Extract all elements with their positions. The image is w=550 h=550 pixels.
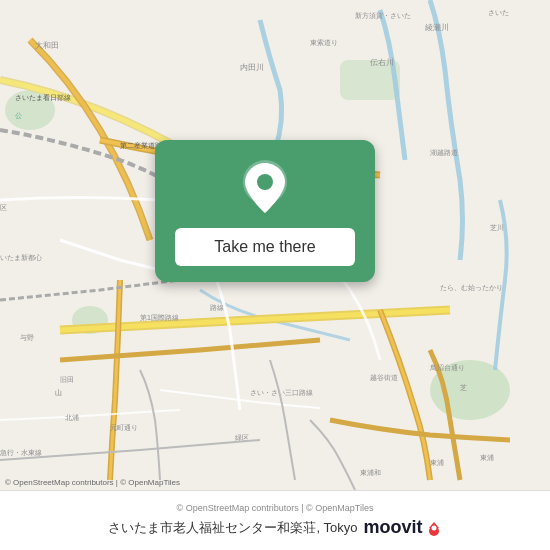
svg-text:急行・水東線: 急行・水東線 xyxy=(0,449,42,456)
svg-text:与野: 与野 xyxy=(20,334,34,341)
svg-text:伝右川: 伝右川 xyxy=(370,58,394,67)
footer: © OpenStreetMap contributors | © OpenMap… xyxy=(0,490,550,550)
svg-text:東浦: 東浦 xyxy=(480,454,494,461)
svg-text:公: 公 xyxy=(15,112,22,119)
svg-text:芝川: 芝川 xyxy=(490,224,504,231)
map-container: 大和田 さいたま看日部線 第二産業道路 内田川 伝右川 綾瀬川 さいた 新方須賀… xyxy=(0,0,550,490)
svg-text:湖越路道: 湖越路道 xyxy=(430,149,458,156)
map-attribution: © OpenStreetMap contributors | © OpenMap… xyxy=(177,503,374,513)
moovit-logo: moovit xyxy=(364,517,442,538)
svg-text:内田川: 内田川 xyxy=(240,63,264,72)
svg-text:大和田: 大和田 xyxy=(35,41,59,50)
moovit-dot-icon xyxy=(426,520,442,536)
svg-text:東浦: 東浦 xyxy=(430,459,444,466)
svg-text:山: 山 xyxy=(55,389,62,396)
svg-text:元町通り: 元町通り xyxy=(110,424,138,432)
svg-text:たら、む始ったかり: たら、む始ったかり xyxy=(440,284,503,292)
take-me-there-overlay[interactable]: Take me there xyxy=(155,140,375,282)
svg-text:東浦和: 東浦和 xyxy=(360,469,381,476)
svg-text:路線: 路線 xyxy=(210,304,224,311)
location-line: さいたま市老人福祉センター和楽荘, Tokyo moovit xyxy=(108,517,441,538)
svg-text:東索道り: 東索道り xyxy=(310,39,338,47)
svg-text:緑区: 緑区 xyxy=(234,434,249,441)
moovit-wordmark: moovit xyxy=(364,517,423,538)
svg-text:第1国際路線: 第1国際路線 xyxy=(140,314,179,321)
svg-text:鳥沼台通り: 鳥沼台通り xyxy=(429,364,465,372)
svg-point-41 xyxy=(431,525,436,530)
svg-text:さいたま看日部線: さいたま看日部線 xyxy=(15,94,71,102)
location-pin-icon xyxy=(240,158,290,218)
svg-text:© OpenStreetMap contributors |: © OpenStreetMap contributors | © OpenMap… xyxy=(5,478,180,487)
svg-text:綾瀬川: 綾瀬川 xyxy=(424,23,449,32)
svg-text:さいた: さいた xyxy=(488,9,509,16)
svg-text:区: 区 xyxy=(0,204,7,211)
svg-text:いたま新都心: いたま新都心 xyxy=(0,254,42,262)
svg-point-38 xyxy=(257,174,273,190)
take-me-there-button[interactable]: Take me there xyxy=(175,228,355,266)
location-name: さいたま市老人福祉センター和楽荘, Tokyo xyxy=(108,519,357,537)
svg-text:さい・さい三口路線: さい・さい三口路線 xyxy=(250,389,313,396)
svg-text:新方須賀・さいた: 新方須賀・さいた xyxy=(355,12,411,20)
svg-text:北浦: 北浦 xyxy=(65,414,79,421)
svg-text:越谷街道: 越谷街道 xyxy=(370,374,398,381)
svg-text:芝: 芝 xyxy=(460,384,467,391)
svg-text:旧田: 旧田 xyxy=(60,376,74,383)
